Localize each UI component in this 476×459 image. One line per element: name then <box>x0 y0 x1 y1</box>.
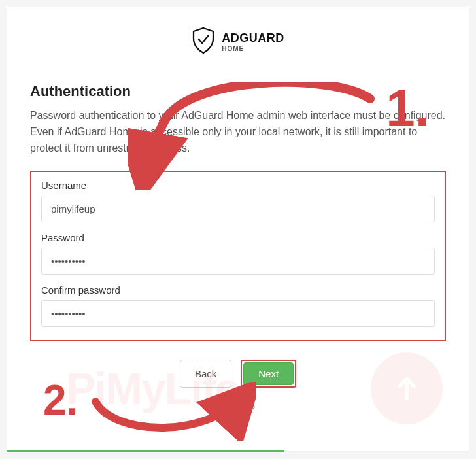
setup-card: ADGUARD HOME Authentication Password aut… <box>7 7 469 451</box>
username-input[interactable] <box>41 196 435 222</box>
next-button-highlight: Next <box>241 360 296 388</box>
page-description: Password authentication to your AdGuard … <box>30 108 446 156</box>
progress-bar <box>7 450 284 452</box>
password-label: Password <box>41 232 435 243</box>
step-indicator: Step 3/5 <box>30 401 446 411</box>
username-label: Username <box>41 180 435 191</box>
username-group: Username <box>41 180 435 222</box>
logo-text: ADGUARD HOME <box>222 31 284 52</box>
password-input[interactable] <box>41 248 435 275</box>
back-button[interactable]: Back <box>180 360 231 388</box>
confirm-password-input[interactable] <box>41 300 435 327</box>
password-group: Password <box>41 232 435 275</box>
confirm-password-label: Confirm password <box>41 284 435 296</box>
adguard-shield-icon <box>192 27 215 57</box>
auth-form-highlight: Username Password Confirm password <box>30 171 446 341</box>
logo-subtitle: HOME <box>222 45 284 52</box>
logo-container: ADGUARD HOME <box>30 27 446 57</box>
page-heading: Authentication <box>30 83 446 100</box>
confirm-password-group: Confirm password <box>41 284 435 327</box>
logo-title: ADGUARD <box>222 31 284 45</box>
next-button[interactable]: Next <box>243 362 294 385</box>
button-row: Back Next <box>30 360 446 388</box>
